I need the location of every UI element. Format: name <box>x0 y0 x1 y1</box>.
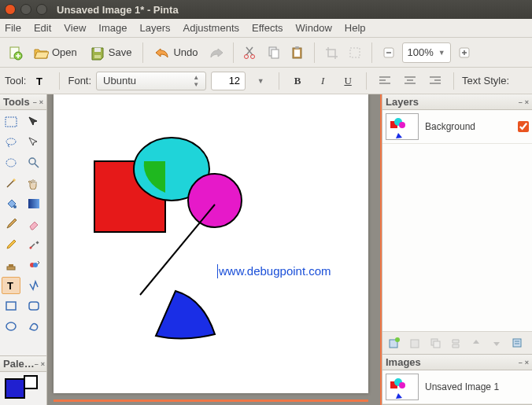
menu-window[interactable]: Window <box>296 22 332 34</box>
pan-tool[interactable] <box>24 175 43 192</box>
zoom-combo[interactable]: 100%▼ <box>402 42 451 63</box>
align-center-button[interactable] <box>400 72 420 90</box>
close-icon[interactable]: × <box>525 98 529 106</box>
italic-button[interactable]: I <box>312 72 333 90</box>
freeform-tool[interactable] <box>24 318 43 335</box>
close-icon[interactable]: × <box>525 359 529 366</box>
redo-button[interactable] <box>206 42 227 63</box>
underline-button[interactable]: U <box>338 72 358 90</box>
move-selection-tool[interactable] <box>24 113 43 131</box>
svg-point-38 <box>395 337 400 342</box>
zoom-out-button[interactable] <box>379 42 399 63</box>
gradient-tool[interactable] <box>24 195 43 212</box>
canvas[interactable]: www.debugpoint.com <box>54 94 368 393</box>
palette-panel-header[interactable]: Pale…–× <box>0 356 46 372</box>
minimize-icon[interactable]: – <box>519 359 523 366</box>
color-swatches[interactable] <box>0 372 46 405</box>
close-icon[interactable]: × <box>41 360 45 368</box>
clone-tool[interactable] <box>2 256 20 274</box>
ellipse-tool[interactable] <box>2 318 20 335</box>
zoom-tool[interactable] <box>24 154 43 171</box>
images-panel-header[interactable]: Images–× <box>382 355 532 370</box>
canvas-edge-bottom <box>54 399 368 402</box>
save-button[interactable]: Save <box>85 42 137 64</box>
minimize-icon[interactable]: – <box>35 360 39 368</box>
move-tool[interactable] <box>24 134 43 151</box>
text-tool[interactable]: T <box>2 277 20 294</box>
window-minimize-button[interactable] <box>20 4 31 15</box>
undo-button[interactable]: Undo <box>150 42 202 64</box>
wand-tool[interactable] <box>2 175 20 192</box>
rect-select-tool[interactable] <box>2 113 20 131</box>
window-maximize-button[interactable] <box>36 4 47 15</box>
current-tool-icon[interactable]: T <box>31 72 51 90</box>
deselect-button[interactable] <box>345 42 365 63</box>
bg-color-swatch[interactable] <box>24 375 38 389</box>
svg-rect-41 <box>434 341 440 348</box>
line-tool[interactable] <box>24 277 43 294</box>
image-name: Unsaved Image 1 <box>425 381 529 392</box>
delete-layer-button[interactable] <box>406 335 423 351</box>
font-value: Ubuntu <box>103 75 187 87</box>
window-title: Unsaved Image 1* - Pinta <box>57 4 179 16</box>
align-left-button[interactable] <box>375 72 395 90</box>
layer-down-button[interactable] <box>488 335 505 351</box>
menu-view[interactable]: View <box>64 22 86 34</box>
paste-button[interactable] <box>287 42 308 63</box>
font-size-input[interactable] <box>211 72 246 90</box>
duplicate-layer-button[interactable] <box>427 335 444 351</box>
brush-tool[interactable] <box>2 215 20 233</box>
fg-color-swatch[interactable] <box>5 378 25 399</box>
layer-row[interactable]: Background <box>382 110 532 144</box>
menu-layers[interactable]: Layers <box>139 22 170 34</box>
canvas-text[interactable]: www.debugpoint.com <box>219 264 331 278</box>
image-row[interactable]: Unsaved Image 1 <box>382 370 532 404</box>
lasso-tool[interactable] <box>2 134 20 151</box>
layer-buttons <box>382 331 532 354</box>
zoom-in-button[interactable] <box>454 42 475 63</box>
menu-file[interactable]: File <box>5 22 21 34</box>
cut-button[interactable] <box>240 42 260 63</box>
svg-point-17 <box>6 159 16 167</box>
svg-point-21 <box>29 247 31 249</box>
layer-props-button[interactable] <box>508 335 526 351</box>
recolor-tool[interactable] <box>24 256 43 274</box>
svg-text:T: T <box>36 75 42 87</box>
add-layer-button[interactable] <box>386 335 403 351</box>
layer-name: Background <box>425 121 512 132</box>
main-toolbar: Open Save Undo 100%▼ <box>0 38 532 68</box>
menu-image[interactable]: Image <box>98 22 127 34</box>
canvas-viewport[interactable]: www.debugpoint.com <box>47 94 382 405</box>
menu-help[interactable]: Help <box>345 22 366 34</box>
layers-panel-header[interactable]: Layers–× <box>382 94 532 110</box>
menu-adjustments[interactable]: Adjustments <box>183 22 239 34</box>
window-close-button[interactable] <box>5 4 16 15</box>
roundrect-tool[interactable] <box>24 297 43 315</box>
bucket-tool[interactable] <box>2 195 20 212</box>
layer-up-button[interactable] <box>467 335 485 351</box>
bold-button[interactable]: B <box>287 72 308 90</box>
crop-button[interactable] <box>321 42 342 63</box>
new-file-button[interactable] <box>5 42 25 63</box>
minimize-icon[interactable]: – <box>33 98 37 106</box>
minimize-icon[interactable]: – <box>519 98 523 106</box>
picker-tool[interactable] <box>24 236 43 253</box>
menu-edit[interactable]: Edit <box>34 22 51 34</box>
svg-rect-15 <box>6 117 17 127</box>
eraser-tool[interactable] <box>24 215 43 233</box>
merge-layer-button[interactable] <box>447 335 464 351</box>
rect-tool[interactable] <box>2 297 20 315</box>
font-combo[interactable]: Ubuntu▲▼ <box>96 72 206 90</box>
svg-rect-11 <box>350 48 360 57</box>
pencil-tool[interactable] <box>2 236 20 253</box>
font-size-dropdown[interactable]: ▼ <box>250 72 271 90</box>
copy-button[interactable] <box>264 42 284 63</box>
ellipse-select-tool[interactable] <box>2 154 20 171</box>
tools-panel-header[interactable]: Tools–× <box>0 94 46 110</box>
open-button[interactable]: Open <box>28 42 82 64</box>
close-icon[interactable]: × <box>39 98 43 106</box>
layer-visible-checkbox[interactable] <box>518 121 529 132</box>
menu-effects[interactable]: Effects <box>252 22 283 34</box>
layer-thumbnail <box>386 113 419 140</box>
align-right-button[interactable] <box>425 72 445 90</box>
